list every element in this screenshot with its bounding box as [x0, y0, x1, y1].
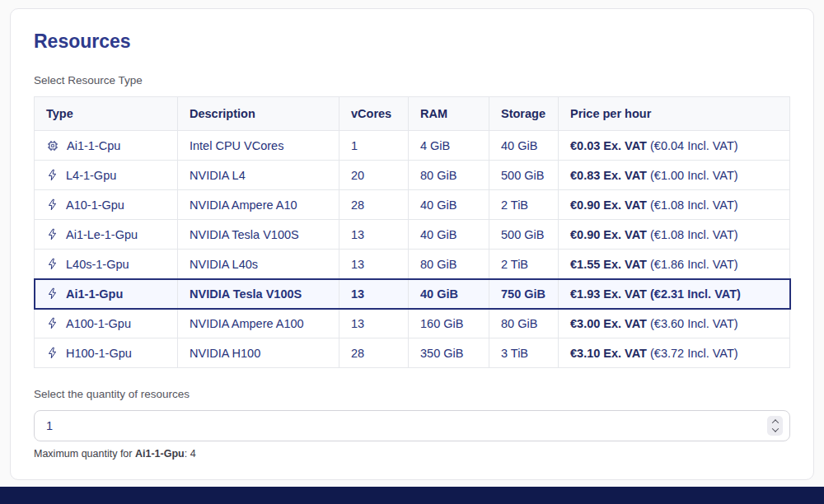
- price-incl-vat: (€1.08 Incl. VAT): [650, 228, 738, 241]
- vcores-cell: 1: [339, 131, 409, 161]
- table-row[interactable]: Ai1-1-CpuIntel CPU VCores14 GiB40 GiB€0.…: [35, 131, 790, 161]
- price-cell: €1.55 Ex. VAT (€1.86 Incl. VAT): [559, 250, 790, 279]
- price-cell: €0.83 Ex. VAT (€1.00 Incl. VAT): [559, 161, 790, 190]
- price-ex-vat: €3.10 Ex. VAT: [570, 347, 650, 360]
- description-cell: NVIDIA L4: [178, 161, 339, 190]
- storage-cell: 2 TiB: [489, 190, 559, 220]
- type-label: L40s-1-Gpu: [66, 258, 129, 271]
- table-row[interactable]: A100-1-GpuNVIDIA Ampere A10013160 GiB80 …: [35, 309, 790, 338]
- table-row[interactable]: H100-1-GpuNVIDIA H10028350 GiB3 TiB€3.10…: [35, 338, 790, 368]
- type-cell: H100-1-Gpu: [35, 338, 178, 368]
- resource-table: Type Description vCores RAM Storage Pric…: [34, 96, 790, 368]
- bolt-icon: [46, 198, 59, 211]
- price-cell: €0.90 Ex. VAT (€1.08 Incl. VAT): [559, 190, 790, 220]
- description-cell: NVIDIA Ampere A10: [178, 190, 339, 220]
- type-cell: L4-1-Gpu: [35, 161, 178, 190]
- vcores-cell: 20: [339, 161, 409, 190]
- page-title: Resources: [34, 30, 790, 53]
- type-label: L4-1-Gpu: [66, 169, 116, 182]
- resource-table-body: Ai1-1-CpuIntel CPU VCores14 GiB40 GiB€0.…: [35, 131, 790, 368]
- table-row[interactable]: L40s-1-GpuNVIDIA L40s1380 GiB2 TiB€1.55 …: [35, 250, 790, 279]
- price-incl-vat: (€2.31 Incl. VAT): [650, 287, 741, 301]
- ram-cell: 80 GiB: [409, 161, 489, 190]
- bolt-icon: [46, 258, 59, 270]
- table-header-row: Type Description vCores RAM Storage Pric…: [35, 97, 790, 131]
- quantity-stepper[interactable]: [767, 416, 783, 436]
- type-cell: A10-1-Gpu: [35, 190, 178, 220]
- header-vcores: vCores: [339, 97, 409, 131]
- price-ex-vat: €3.00 Ex. VAT: [570, 317, 650, 330]
- price-incl-vat: (€1.00 Incl. VAT): [650, 169, 738, 182]
- vcores-cell: 13: [339, 309, 409, 338]
- price-cell: €0.90 Ex. VAT (€1.08 Incl. VAT): [559, 220, 790, 250]
- price-incl-vat: (€3.72 Incl. VAT): [650, 347, 738, 360]
- ram-cell: 160 GiB: [409, 309, 489, 338]
- max-quantity-note: Maximum quantity for Ai1-1-Gpu: 4: [34, 448, 790, 460]
- quantity-field-wrap: [34, 410, 790, 441]
- resources-card: Resources Select Resource Type Type Desc…: [10, 8, 814, 480]
- ram-cell: 4 GiB: [409, 131, 489, 161]
- vcores-cell: 28: [339, 190, 409, 220]
- table-row[interactable]: L4-1-GpuNVIDIA L42080 GiB500 GiB€0.83 Ex…: [35, 161, 790, 190]
- price-cell: €1.93 Ex. VAT (€2.31 Incl. VAT): [559, 279, 790, 309]
- footer-bar: [0, 487, 824, 504]
- cpu-icon: [46, 139, 59, 152]
- price-ex-vat: €0.83 Ex. VAT: [570, 169, 650, 182]
- quantity-input[interactable]: [34, 410, 790, 441]
- bolt-icon: [46, 287, 59, 300]
- bolt-icon: [46, 347, 59, 359]
- storage-cell: 2 TiB: [489, 250, 559, 279]
- max-quantity-resource: Ai1-1-Gpu: [135, 448, 185, 460]
- bolt-icon: [46, 228, 59, 240]
- price-ex-vat: €0.90 Ex. VAT: [570, 228, 650, 241]
- table-row[interactable]: Ai1-Le-1-GpuNVIDIA Tesla V100S1340 GiB50…: [35, 220, 790, 250]
- type-label: H100-1-Gpu: [66, 347, 132, 360]
- ram-cell: 40 GiB: [409, 220, 489, 250]
- resource-type-label: Select Resource Type: [34, 74, 790, 86]
- price-ex-vat: €0.03 Ex. VAT: [570, 139, 650, 152]
- ram-cell: 40 GiB: [409, 279, 489, 309]
- header-ram: RAM: [409, 97, 489, 131]
- type-cell: L40s-1-Gpu: [35, 250, 178, 279]
- vcores-cell: 28: [339, 338, 409, 368]
- storage-cell: 80 GiB: [489, 309, 559, 338]
- storage-cell: 40 GiB: [489, 131, 559, 161]
- price-incl-vat: (€1.08 Incl. VAT): [650, 198, 738, 212]
- description-cell: Intel CPU VCores: [178, 131, 339, 161]
- type-label: A100-1-Gpu: [66, 317, 131, 330]
- ram-cell: 80 GiB: [409, 250, 489, 279]
- bolt-icon: [46, 169, 59, 181]
- type-label: Ai1-Le-1-Gpu: [66, 228, 138, 241]
- description-cell: NVIDIA H100: [178, 338, 339, 368]
- storage-cell: 500 GiB: [489, 161, 559, 190]
- chevron-down-icon[interactable]: [771, 425, 778, 432]
- storage-cell: 750 GiB: [489, 279, 559, 309]
- description-cell: NVIDIA Tesla V100S: [178, 220, 339, 250]
- quantity-label: Select the quantity of resources: [34, 388, 790, 400]
- price-ex-vat: €1.55 Ex. VAT: [570, 258, 650, 271]
- price-incl-vat: (€0.04 Incl. VAT): [650, 139, 738, 152]
- table-row[interactable]: Ai1-1-GpuNVIDIA Tesla V100S1340 GiB750 G…: [35, 279, 790, 309]
- table-row[interactable]: A10-1-GpuNVIDIA Ampere A102840 GiB2 TiB€…: [35, 190, 790, 220]
- storage-cell: 3 TiB: [489, 338, 559, 368]
- price-cell: €3.10 Ex. VAT (€3.72 Incl. VAT): [559, 338, 790, 368]
- type-cell: Ai1-1-Gpu: [35, 279, 178, 309]
- header-price: Price per hour: [559, 97, 790, 131]
- vcores-cell: 13: [339, 279, 409, 309]
- ram-cell: 40 GiB: [409, 190, 489, 220]
- type-label: A10-1-Gpu: [66, 198, 124, 212]
- price-ex-vat: €1.93 Ex. VAT: [570, 287, 650, 301]
- price-ex-vat: €0.90 Ex. VAT: [570, 198, 650, 212]
- type-cell: Ai1-Le-1-Gpu: [35, 220, 178, 250]
- price-incl-vat: (€1.86 Incl. VAT): [650, 258, 738, 271]
- description-cell: NVIDIA L40s: [178, 250, 339, 279]
- bolt-icon: [46, 317, 59, 329]
- type-label: Ai1-1-Gpu: [66, 287, 123, 301]
- price-cell: €0.03 Ex. VAT (€0.04 Incl. VAT): [559, 131, 790, 161]
- description-cell: NVIDIA Tesla V100S: [178, 279, 339, 309]
- header-storage: Storage: [489, 97, 559, 131]
- description-cell: NVIDIA Ampere A100: [178, 309, 339, 338]
- type-cell: A100-1-Gpu: [35, 309, 178, 338]
- header-type: Type: [35, 97, 178, 131]
- vcores-cell: 13: [339, 220, 409, 250]
